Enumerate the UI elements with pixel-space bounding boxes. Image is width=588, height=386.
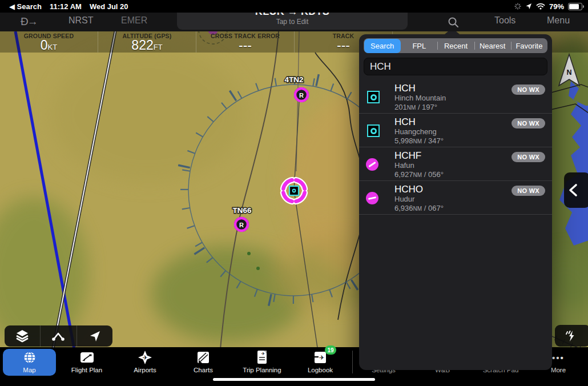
tab-favorite[interactable]: Favorite <box>511 38 547 53</box>
center-on-ownship-button[interactable] <box>77 325 112 347</box>
result-ident: HCH <box>394 116 444 127</box>
storm-icon <box>563 328 578 343</box>
airport-icon <box>366 192 378 204</box>
svg-text:✈: ✈ <box>319 354 324 361</box>
flight-plan-icon <box>79 351 95 364</box>
no-wx-badge: NO WX <box>512 152 545 162</box>
toolbar-divider <box>352 351 353 373</box>
tab-recent[interactable]: Recent <box>437 38 474 53</box>
tab-flight-plan[interactable]: Flight Plan <box>59 349 114 373</box>
location-arrow-icon <box>525 3 532 10</box>
no-wx-badge: NO WX <box>512 85 545 95</box>
obstacle-dot <box>256 267 260 270</box>
charts-icon <box>196 351 210 364</box>
activity-spinner-icon <box>514 3 521 10</box>
battery-icon <box>568 3 582 10</box>
direct-to-icon[interactable]: Ð→ <box>21 15 37 28</box>
status-time: 11:12 AM <box>50 2 82 11</box>
result-ident: HCH <box>394 83 446 94</box>
tab-fpl[interactable]: FPL <box>401 38 437 53</box>
tab-map[interactable]: Map <box>3 349 56 376</box>
result-name: Huangcheng <box>394 127 444 136</box>
result-ident: HCHF <box>394 150 444 161</box>
search-icon[interactable] <box>448 17 459 28</box>
nrst-button[interactable]: NRST <box>69 15 94 26</box>
tab-logbook[interactable]: ✈ 19 Logbook <box>293 349 348 373</box>
search-result-row[interactable]: HCH Hinch Mountain 201NM / 197° NO WX <box>359 80 552 114</box>
search-tabs: Search FPL Recent Nearest Favorite <box>364 38 547 53</box>
result-name: Hudur <box>394 195 444 204</box>
data-field-altitude: ALTITUDE (GPS) 822FT <box>98 31 196 53</box>
profile-view-button[interactable] <box>41 325 76 347</box>
search-popover: Search FPL Recent Nearest Favorite HCH H… <box>359 34 552 370</box>
location-arrow-icon <box>88 329 102 343</box>
menu-button[interactable]: Menu <box>547 15 570 26</box>
home-indicator[interactable] <box>213 378 375 381</box>
result-distance: 6,936NM / 067° <box>394 204 444 214</box>
more-dots-icon: ••• <box>552 353 565 363</box>
trip-planning-icon: ✈ <box>256 350 268 365</box>
search-result-row[interactable]: HCHF Hafun 6,927NM / 056° NO WX <box>359 147 552 181</box>
search-result-row[interactable]: HCHO Hudur 6,936NM / 067° NO WX <box>359 181 552 215</box>
svg-text:R: R <box>299 92 304 99</box>
logbook-icon: ✈ <box>313 351 327 364</box>
wifi-icon <box>536 3 545 10</box>
layers-button[interactable] <box>5 325 41 347</box>
svg-text:TN66: TN66 <box>232 206 252 215</box>
battery-percent: 79% <box>549 2 564 11</box>
back-to-search-link[interactable]: ◀ Search <box>9 2 42 11</box>
altitude-profile-icon <box>51 329 66 343</box>
svg-text:N: N <box>566 69 571 77</box>
svg-text:4TN2: 4TN2 <box>284 75 303 84</box>
data-field-cross-track: CROSS TRACK ERROR --- <box>196 31 295 53</box>
svg-text:✈: ✈ <box>142 354 147 361</box>
chevron-left-icon <box>564 180 583 200</box>
status-bar: ◀ Search 11:12 AM Wed Jul 20 79% <box>0 0 588 13</box>
result-name: Hafun <box>394 161 444 170</box>
status-date: Wed Jul 20 <box>90 2 128 11</box>
svg-text:✈: ✈ <box>261 351 265 356</box>
obstacle-dot <box>247 252 251 255</box>
tab-search[interactable]: Search <box>364 39 401 53</box>
svg-text:R: R <box>239 222 244 228</box>
emer-button[interactable]: EMER <box>121 15 147 26</box>
no-wx-badge: NO WX <box>512 118 545 128</box>
vor-icon <box>367 91 380 103</box>
search-result-row[interactable]: HCH Huangcheng 5,998NM / 347° NO WX <box>359 114 552 147</box>
search-input[interactable] <box>364 58 547 75</box>
result-distance: 6,927NM / 056° <box>394 170 444 180</box>
result-distance: 201NM / 197° <box>394 103 446 112</box>
globe-icon <box>22 350 37 365</box>
result-name: Hinch Mountain <box>394 94 446 103</box>
tab-airports[interactable]: ✈ Airports <box>118 349 172 373</box>
tab-charts[interactable]: Charts <box>176 349 231 373</box>
result-ident: HCHO <box>394 184 444 195</box>
tools-button[interactable]: Tools <box>494 15 515 26</box>
no-wx-badge: NO WX <box>512 186 545 196</box>
layers-icon <box>15 329 30 343</box>
search-results-list: HCH Hinch Mountain 201NM / 197° NO WX HC… <box>359 80 552 215</box>
airport-icon <box>366 158 378 171</box>
vor-icon <box>367 124 380 137</box>
flight-data-drawer-handle[interactable] <box>564 172 588 208</box>
data-field-ground-speed: GROUND SPEED 0KT <box>0 31 98 53</box>
tab-trip-planning[interactable]: ✈ Trip Planning <box>235 349 289 373</box>
result-distance: 5,998NM / 347° <box>394 136 444 146</box>
route-subtitle: Tap to Edit <box>177 18 408 26</box>
tab-nearest[interactable]: Nearest <box>474 38 511 53</box>
airport-beacon-icon: ✈ <box>138 350 152 365</box>
nav-bar: Ð→ NRST EMER KLUK → KDTS Tap to Edit Too… <box>0 13 588 31</box>
logbook-badge: 19 <box>325 345 336 355</box>
weather-radar-button[interactable] <box>555 325 588 347</box>
map-tool-bar <box>5 325 112 347</box>
